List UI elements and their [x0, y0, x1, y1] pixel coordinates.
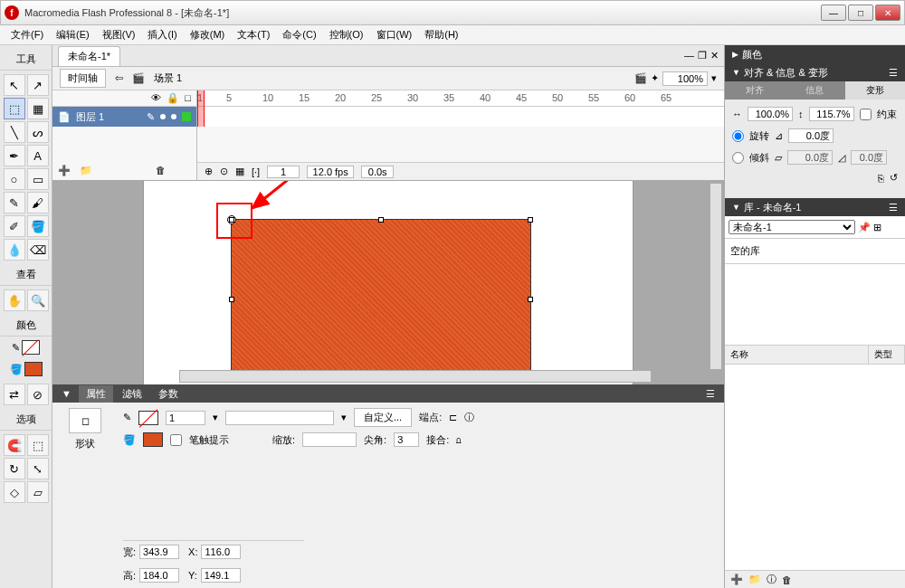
scene-name[interactable]: 场景 1: [154, 71, 182, 85]
brush-tool[interactable]: 🖌: [27, 192, 49, 213]
current-frame[interactable]: [267, 166, 300, 178]
stroke-style-dropdown[interactable]: ▾: [341, 412, 347, 423]
width-input[interactable]: [139, 545, 179, 559]
minimize-button[interactable]: —: [821, 5, 846, 21]
constrain-check[interactable]: [860, 109, 872, 120]
gradient-tool[interactable]: ▦: [27, 98, 49, 119]
x-input[interactable]: [201, 545, 241, 559]
fps-display[interactable]: [307, 166, 354, 178]
height-input[interactable]: [139, 568, 179, 583]
custom-button[interactable]: 自定义...: [354, 408, 412, 427]
color-panel-header[interactable]: ▶颜色: [725, 45, 905, 63]
delete-layer-icon[interactable]: 🗑: [156, 165, 166, 176]
lib-col-name[interactable]: 名称: [725, 346, 869, 364]
delete-lib-icon[interactable]: 🗑: [782, 574, 792, 585]
handle-ml[interactable]: [229, 297, 234, 302]
rect-tool[interactable]: ▭: [27, 168, 49, 190]
layer-visible-dot[interactable]: [160, 114, 166, 119]
library-panel-header[interactable]: ▼库 - 未命名-1☰: [725, 198, 905, 216]
stroke-dropdown-icon[interactable]: ▾: [213, 412, 218, 423]
selected-rectangle[interactable]: [231, 219, 531, 380]
ink-tool[interactable]: ✐: [4, 215, 25, 237]
menu-view[interactable]: 视图(V): [97, 25, 141, 44]
zoom-tool[interactable]: 🔍: [27, 289, 49, 311]
free-transform-tool[interactable]: ⬚: [4, 98, 25, 119]
menu-help[interactable]: 帮助(H): [419, 25, 463, 44]
stroke-hinting-check[interactable]: [170, 434, 182, 446]
library-list[interactable]: [725, 365, 905, 570]
selection-tool[interactable]: ↖: [4, 74, 25, 96]
skew-radio[interactable]: [732, 152, 744, 164]
subtab-info[interactable]: 信息: [785, 81, 844, 100]
pencil-tool[interactable]: ✎: [4, 192, 25, 213]
join-icon[interactable]: ⩍: [456, 434, 462, 445]
new-folder-lib-icon[interactable]: 📁: [748, 574, 761, 585]
onion-icon[interactable]: ⊕: [205, 166, 213, 177]
pin-lib-icon[interactable]: 📌: [858, 222, 871, 232]
stage-area[interactable]: [52, 181, 724, 384]
tab-properties[interactable]: 属性: [79, 385, 113, 403]
reset-transform-icon[interactable]: ↺: [890, 172, 898, 184]
tf-height-input[interactable]: [809, 107, 854, 121]
edit-scene-icon[interactable]: 🎬: [634, 72, 647, 84]
stroke-style[interactable]: [225, 411, 334, 425]
envelope-option[interactable]: ▱: [27, 481, 49, 503]
subselect-tool[interactable]: ↗: [27, 74, 49, 96]
pen-tool[interactable]: ✒: [4, 145, 25, 166]
menu-commands[interactable]: 命令(C): [277, 25, 321, 44]
fill-swatch[interactable]: [24, 362, 43, 376]
panel-menu-icon[interactable]: ☰: [706, 388, 715, 400]
new-layer-icon[interactable]: ➕: [58, 165, 71, 176]
swap-colors[interactable]: ⇄: [4, 384, 25, 405]
outline-icon[interactable]: □: [185, 92, 191, 104]
layer-row[interactable]: 📄 图层 1 ✎: [52, 107, 196, 127]
rotate-option[interactable]: ↻: [4, 458, 25, 479]
close-button[interactable]: ✕: [875, 5, 900, 21]
new-lib-icon[interactable]: ⊞: [873, 222, 881, 232]
subtab-transform[interactable]: 变形: [845, 81, 905, 100]
doc-close[interactable]: ✕: [710, 50, 719, 62]
line-tool[interactable]: ╲: [4, 121, 25, 143]
stroke-color-swatch[interactable]: [138, 411, 158, 425]
scale-select[interactable]: [302, 432, 357, 447]
doc-min[interactable]: —: [684, 50, 694, 62]
menu-edit[interactable]: 编辑(E): [51, 25, 95, 44]
lock-icon[interactable]: 🔒: [167, 92, 179, 104]
new-folder-icon[interactable]: 📁: [80, 165, 92, 176]
no-color[interactable]: ⊘: [27, 384, 49, 405]
new-symbol-icon[interactable]: ➕: [730, 574, 743, 585]
menu-control[interactable]: 控制(O): [324, 25, 369, 44]
eyedropper-tool[interactable]: 💧: [4, 239, 25, 261]
eye-icon[interactable]: 👁: [151, 92, 161, 104]
lib-col-type[interactable]: 类型: [869, 346, 905, 364]
zoom-input[interactable]: [662, 71, 708, 86]
back-arrow-icon[interactable]: ⇦: [115, 72, 123, 84]
menu-file[interactable]: 文件(F): [5, 25, 49, 44]
frame-ruler[interactable]: 1 5 10 15 20 25 30 35 40 45 50 55 60 65: [197, 90, 724, 107]
timeline-button[interactable]: 时间轴: [60, 69, 106, 88]
edit-multi-icon[interactable]: ▦: [235, 166, 244, 177]
doc-restore[interactable]: ❐: [698, 50, 707, 62]
tf-width-input[interactable]: [748, 107, 793, 121]
doc-tab[interactable]: 未命名-1*: [58, 46, 120, 66]
option-2[interactable]: ⬚: [27, 434, 49, 456]
distort-option[interactable]: ◇: [4, 481, 25, 503]
lasso-tool[interactable]: ᔕ: [27, 121, 49, 143]
handle-mr[interactable]: [528, 297, 533, 302]
elapsed-time[interactable]: [361, 166, 394, 178]
panel-collapse-icon[interactable]: ▼: [62, 388, 71, 399]
rotate-input[interactable]: [788, 128, 834, 143]
eraser-tool[interactable]: ⌫: [27, 239, 49, 261]
scale-option[interactable]: ⤡: [27, 458, 49, 479]
stage-vscroll[interactable]: [710, 183, 722, 370]
properties-lib-icon[interactable]: ⓘ: [767, 573, 776, 586]
frames-track[interactable]: [197, 107, 724, 127]
menu-text[interactable]: 文本(T): [232, 25, 275, 44]
zoom-dropdown-icon[interactable]: ▾: [711, 72, 717, 84]
subtab-align[interactable]: 对齐: [725, 81, 785, 100]
handle-tc[interactable]: [378, 217, 384, 223]
oval-tool[interactable]: ○: [4, 168, 25, 190]
stage[interactable]: [144, 181, 633, 384]
copy-transform-icon[interactable]: ⎘: [878, 173, 884, 184]
hand-tool[interactable]: ✋: [4, 289, 25, 311]
